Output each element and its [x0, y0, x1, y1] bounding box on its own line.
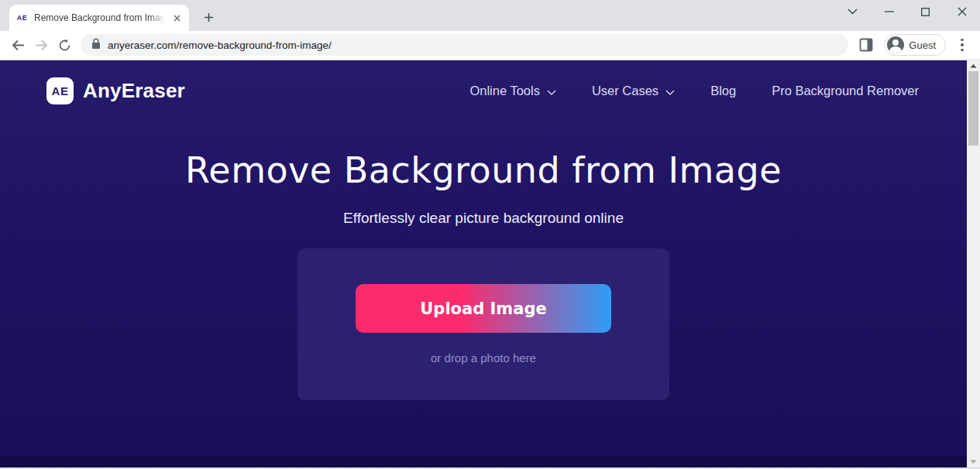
- scroll-down-icon[interactable]: [967, 457, 980, 467]
- nav-item-label: Online Tools: [469, 84, 540, 98]
- profile-name: Guest: [909, 39, 936, 51]
- tab-title: Remove Background from Image: [34, 12, 165, 23]
- page-title: Remove Background from Image: [0, 149, 967, 191]
- anyeraser-logo[interactable]: AE AnyEraser: [46, 77, 185, 104]
- avatar-icon: [887, 36, 904, 53]
- tab-search-chevron-icon[interactable]: [834, 0, 871, 23]
- profile-button[interactable]: Guest: [884, 34, 946, 56]
- browser-menu-icon[interactable]: [952, 35, 972, 55]
- minimize-icon[interactable]: [871, 0, 907, 23]
- nav-item-user-cases[interactable]: User Cases: [592, 84, 675, 98]
- page-content: AE AnyEraser Online Tools User Cases: [0, 60, 980, 467]
- site-nav: Online Tools User Cases Blog Pro Backgro…: [469, 84, 919, 98]
- nav-item-label: User Cases: [592, 84, 658, 98]
- nav-item-blog[interactable]: Blog: [710, 84, 736, 98]
- browser-tab[interactable]: AE Remove Background from Image: [9, 5, 189, 31]
- url-text[interactable]: anyeraser.com/remove-background-from-ima…: [108, 39, 332, 51]
- scrollbar-thumb[interactable]: [968, 71, 978, 145]
- logo-name: AnyEraser: [83, 79, 185, 103]
- nav-item-online-tools[interactable]: Online Tools: [469, 84, 556, 98]
- page-subtitle: Effortlessly clear picture background on…: [0, 210, 967, 227]
- anyeraser-logo-icon: AE: [46, 77, 74, 104]
- hero-section: Remove Background from Image Effortlessl…: [0, 149, 967, 400]
- nav-item-label: Pro Background Remover: [772, 84, 919, 98]
- window-controls: [834, 0, 980, 23]
- chevron-down-icon: [547, 84, 556, 98]
- new-tab-button[interactable]: [198, 7, 218, 27]
- close-window-icon[interactable]: [944, 0, 980, 23]
- scroll-up-icon[interactable]: [967, 60, 980, 71]
- address-bar[interactable]: anyeraser.com/remove-background-from-ima…: [81, 34, 848, 56]
- tab-close-icon[interactable]: [170, 12, 183, 24]
- browser-titlebar: AE Remove Background from Image: [0, 0, 980, 31]
- nav-item-pro-background-remover[interactable]: Pro Background Remover: [772, 84, 919, 98]
- maximize-icon[interactable]: [907, 0, 944, 23]
- drop-hint-text: or drop a photo here: [431, 351, 536, 365]
- forward-icon[interactable]: [29, 33, 53, 56]
- lock-icon[interactable]: [91, 38, 101, 53]
- page-scrollbar[interactable]: [967, 60, 980, 467]
- browser-toolbar: anyeraser.com/remove-background-from-ima…: [0, 31, 980, 60]
- anyeraser-favicon-icon: AE: [15, 12, 29, 25]
- side-panel-icon[interactable]: [854, 33, 878, 56]
- nav-item-label: Blog: [710, 84, 736, 98]
- chevron-down-icon: [665, 84, 675, 98]
- upload-dropzone[interactable]: Upload Image or drop a photo here: [297, 248, 669, 400]
- site-header: AE AnyEraser Online Tools User Cases: [0, 60, 967, 104]
- upload-image-button[interactable]: Upload Image: [356, 284, 611, 333]
- reload-icon[interactable]: [53, 33, 76, 56]
- back-icon[interactable]: [6, 33, 29, 56]
